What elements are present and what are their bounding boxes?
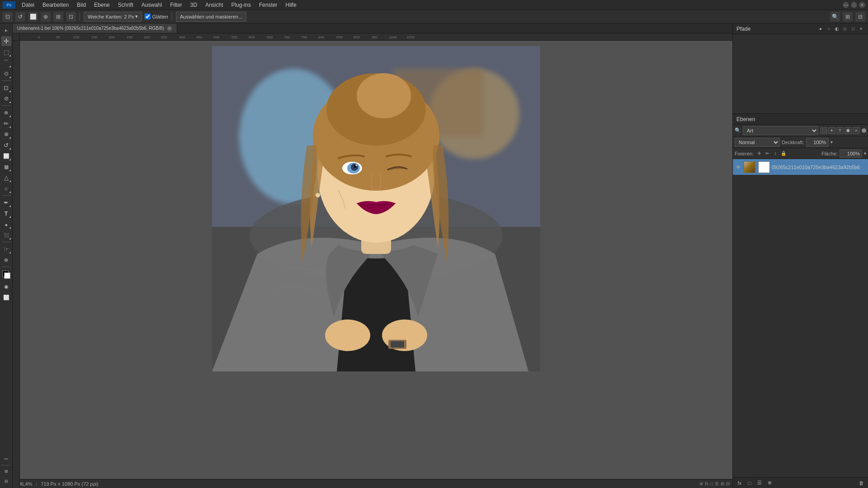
add-layer-style-btn[interactable]: fx xyxy=(736,479,744,487)
shape-tool[interactable]: ⬛ xyxy=(1,230,11,240)
svg-point-20 xyxy=(316,193,320,197)
tab-close-button[interactable]: ✕ xyxy=(167,26,172,31)
menu-ebene[interactable]: Ebene xyxy=(90,1,113,9)
status-icon-1[interactable]: ⊕ xyxy=(699,481,703,486)
image-canvas[interactable] xyxy=(20,41,732,479)
options-icon-4[interactable]: ⊞ xyxy=(53,12,63,22)
filter-smart-icon[interactable]: ≡ xyxy=(853,127,860,134)
options-icon-3[interactable]: ⊕ xyxy=(41,12,51,22)
pfade-icon-5[interactable]: □ xyxy=(850,26,856,32)
hand-tool[interactable]: ☞ xyxy=(1,244,11,254)
screen-mode-button[interactable]: ⬜ xyxy=(1,292,11,302)
menu-ansicht[interactable]: Ansicht xyxy=(202,1,226,9)
document-tab[interactable]: Unbenannt-1 bei 106% (09265c211e010a725e… xyxy=(13,23,177,33)
fg-bg-colors[interactable] xyxy=(1,270,11,280)
menu-hilfe[interactable]: Hilfe xyxy=(282,1,300,9)
glatten-checkbox-container[interactable]: Glätten xyxy=(145,14,168,19)
pfade-icon-6[interactable]: ≡ xyxy=(858,26,864,32)
glatten-checkbox[interactable] xyxy=(145,14,151,19)
marquee-tool[interactable]: ⬚ xyxy=(1,47,11,57)
menu-3d[interactable]: 3D xyxy=(187,1,201,9)
weiche-kanten-button[interactable]: Weiche Kanten: 2 Px ▾ xyxy=(84,12,142,22)
text-tool[interactable]: T xyxy=(1,208,11,218)
layer-row[interactable]: 👁 09265c211e010a725e3ba4623a92b5b6 xyxy=(733,159,868,175)
filter-adj-icon[interactable]: ✦ xyxy=(828,127,835,134)
extra-tool-2[interactable]: ⊞ xyxy=(1,466,11,476)
quick-mask-button[interactable]: ◉ xyxy=(1,282,11,291)
heal-icon: ⊕ xyxy=(4,110,8,116)
window-controls: — □ ✕ xyxy=(843,2,865,8)
menu-fenster[interactable]: Fenster xyxy=(255,1,281,9)
fixieren-pos-icon[interactable]: ✛ xyxy=(755,150,763,157)
pen-tool[interactable]: ✒ xyxy=(1,197,11,207)
brush-tool[interactable]: ✏ xyxy=(1,118,11,128)
maximize-button[interactable]: □ xyxy=(851,2,857,8)
new-group-btn[interactable]: ☰ xyxy=(755,479,764,487)
fixieren-all-icon[interactable]: 🔒 xyxy=(780,150,787,157)
arrange-icon[interactable]: ⊟ xyxy=(855,12,865,22)
add-mask-btn[interactable]: □ xyxy=(745,479,754,487)
options-icon-5[interactable]: ⊡ xyxy=(66,12,76,22)
dodge-tool[interactable]: ○ xyxy=(1,183,11,193)
options-icon-1[interactable]: ↺ xyxy=(15,12,25,22)
menu-schrift[interactable]: Schrift xyxy=(114,1,137,9)
menu-auswahl[interactable]: Auswahl xyxy=(138,1,165,9)
minimize-button[interactable]: — xyxy=(843,2,849,8)
menu-datei[interactable]: Datei xyxy=(18,1,38,9)
fixieren-paint-icon[interactable]: ✏ xyxy=(764,150,771,157)
menu-plugins[interactable]: Plug-ins xyxy=(228,1,255,9)
background-color[interactable] xyxy=(4,272,10,279)
crop-tool[interactable]: ⊡ xyxy=(1,83,11,93)
eyedropper-tool[interactable]: ⊘ xyxy=(1,94,11,103)
blur-tool[interactable]: △ xyxy=(1,173,11,183)
heal-tool[interactable]: ⊕ xyxy=(1,108,11,117)
history-brush-tool[interactable]: ↺ xyxy=(1,140,11,150)
gradient-tool[interactable]: ▦ xyxy=(1,162,11,172)
filter-active-dot[interactable] xyxy=(862,128,866,133)
blend-mode-select[interactable]: Normal Auflösen Abdunkeln Multiplizieren xyxy=(735,138,780,147)
search-global-icon[interactable]: 🔍 xyxy=(830,12,840,22)
pfade-icon-3[interactable]: ◐ xyxy=(834,26,840,32)
filter-shape-icon[interactable]: ⬢ xyxy=(844,127,852,134)
menu-filter[interactable]: Filter xyxy=(166,1,186,9)
menu-bearbeiten[interactable]: Bearbeiten xyxy=(39,1,72,9)
status-icon-2[interactable]: fx xyxy=(705,481,708,486)
new-layer-btn[interactable]: ⊕ xyxy=(765,479,774,487)
lasso-tool[interactable]: ⌒ xyxy=(1,58,11,68)
opacity-input[interactable] xyxy=(806,138,829,147)
flaeche-dropdown-icon[interactable]: ▾ xyxy=(864,151,866,156)
status-icon-5[interactable]: ⊞ xyxy=(721,481,724,486)
tool-preset-picker[interactable]: ⊡ xyxy=(3,12,13,22)
tools-expand-button[interactable]: ▶ xyxy=(1,25,11,35)
canvas-image[interactable] xyxy=(212,46,540,371)
layer-visibility-icon[interactable]: 👁 xyxy=(735,164,742,171)
workspace-icon[interactable]: ⊞ xyxy=(843,12,853,22)
menu-bild[interactable]: Bild xyxy=(73,1,90,9)
eraser-tool[interactable]: ⬜ xyxy=(1,151,11,161)
flaeche-input[interactable] xyxy=(840,150,862,158)
delete-layer-btn[interactable]: 🗑 xyxy=(857,479,865,487)
filter-text-icon[interactable]: T xyxy=(836,127,844,134)
ebenen-kind-filter[interactable]: Art xyxy=(743,126,818,135)
move-tool[interactable]: ✛ xyxy=(1,36,11,46)
ruler-tick-h-10: 500 xyxy=(213,35,219,39)
zoom-tool[interactable]: ⊕ xyxy=(1,255,11,265)
status-icon-4[interactable]: ☰ xyxy=(715,481,719,486)
submenu-arrow-hand xyxy=(9,252,11,253)
clone-tool[interactable]: ⊕ xyxy=(1,129,11,139)
close-button[interactable]: ✕ xyxy=(859,2,865,8)
pfade-icon-2[interactable]: ○ xyxy=(826,26,832,32)
fixieren-move-icon[interactable]: ↕ xyxy=(772,150,779,157)
pfade-icon-4[interactable]: ◇ xyxy=(842,26,848,32)
pfade-icon-1[interactable]: ● xyxy=(817,26,824,32)
status-icon-3[interactable]: □ xyxy=(710,481,713,486)
filter-pixel-icon[interactable]: ⬛ xyxy=(820,127,827,134)
extra-tool-3[interactable]: ⊟ xyxy=(1,476,11,486)
path-select-tool[interactable]: ⬥ xyxy=(1,219,11,229)
extra-tool-1[interactable]: ••• xyxy=(1,454,11,464)
opacity-dropdown-icon[interactable]: ▾ xyxy=(830,140,833,145)
auswahlen-maskieren-button[interactable]: Auswählen und maskieren... xyxy=(176,12,246,22)
options-icon-2[interactable]: ⬜ xyxy=(28,12,38,22)
quick-select-tool[interactable]: ⊙ xyxy=(1,69,11,79)
status-icon-6[interactable]: ⊟ xyxy=(726,481,730,486)
